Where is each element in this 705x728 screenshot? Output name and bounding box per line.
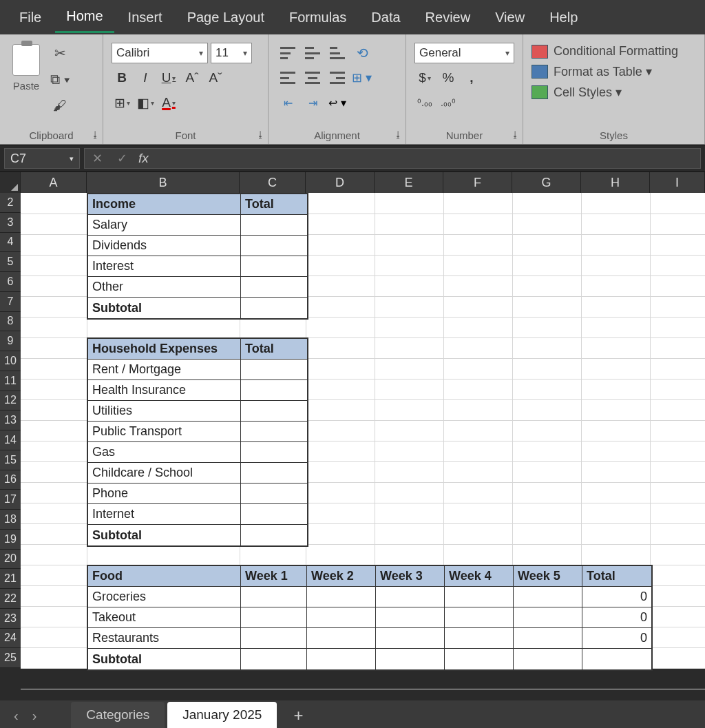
row-header-10[interactable]: 10 — [0, 351, 21, 371]
household-table-cell[interactable] — [241, 401, 307, 422]
column-header-E[interactable]: E — [375, 172, 443, 193]
row-header-11[interactable]: 11 — [0, 371, 21, 391]
food-table-cell[interactable]: 0 — [582, 607, 651, 628]
food-table-subtotal-cell[interactable] — [241, 649, 307, 669]
food-table-cell[interactable]: Takeout — [88, 607, 241, 628]
income-table-cell[interactable]: Dividends — [88, 236, 241, 256]
row-header-5[interactable]: 5 — [0, 252, 21, 272]
food-table-cell[interactable]: Groceries — [88, 587, 241, 607]
income-table-cell[interactable]: Other — [88, 277, 241, 298]
cell-styles-button[interactable]: Cell Styles ▾ — [532, 85, 696, 100]
sheet-tab-categories[interactable]: Categories — [71, 702, 165, 728]
align-center-button[interactable] — [302, 67, 324, 88]
column-header-H[interactable]: H — [581, 172, 650, 193]
underline-button[interactable]: U — [158, 67, 179, 88]
food-table-cell[interactable] — [307, 587, 376, 607]
menu-page-layout[interactable]: Page Layout — [176, 3, 275, 32]
food-table-cell[interactable] — [445, 587, 514, 607]
decrease-indent-button[interactable]: ⇤ — [277, 92, 299, 113]
sheet-nav-next[interactable]: › — [25, 704, 44, 728]
household-table-cell[interactable]: Rent / Mortgage — [88, 360, 241, 380]
paste-button[interactable]: Paste — [8, 40, 44, 127]
column-header-A[interactable]: A — [21, 172, 87, 193]
increase-font-button[interactable]: Aˆ — [182, 67, 202, 88]
income-table-header-cell[interactable]: Income — [88, 194, 241, 215]
food-table-subtotal-cell[interactable] — [582, 649, 651, 669]
menu-data[interactable]: Data — [360, 3, 411, 32]
wrap-text-button[interactable]: ↩ ▾ — [326, 92, 348, 113]
food-table-cell[interactable] — [514, 628, 582, 649]
household-table-cell[interactable] — [241, 483, 307, 504]
food-table-header-cell[interactable]: Week 5 — [514, 566, 582, 587]
household-table-cell[interactable] — [241, 463, 307, 483]
row-header-3[interactable]: 3 — [0, 213, 21, 233]
food-table-cell[interactable] — [241, 607, 307, 628]
household-table-cell[interactable] — [241, 360, 307, 380]
menu-insert[interactable]: Insert — [117, 3, 173, 32]
food-table-cell[interactable] — [241, 587, 307, 607]
food-table-cell[interactable] — [514, 587, 582, 607]
column-header-G[interactable]: G — [512, 172, 581, 193]
copy-button[interactable]: ⧉ ▾ — [48, 69, 72, 90]
income-table-cell[interactable] — [241, 215, 307, 236]
household-table-cell[interactable]: Phone — [88, 483, 241, 504]
income-table-cell[interactable] — [241, 236, 307, 256]
row-header-8[interactable]: 8 — [0, 312, 21, 332]
household-table-cell[interactable]: Childcare / School — [88, 463, 241, 483]
name-box[interactable]: C7▾ — [4, 148, 80, 169]
food-table-header-cell[interactable]: Week 1 — [241, 566, 307, 587]
borders-button[interactable]: ⊞ — [112, 92, 132, 113]
income-table-subtotal-cell[interactable]: Subtotal — [88, 298, 241, 318]
row-header-25[interactable]: 25 — [0, 648, 21, 668]
food-table-cell[interactable] — [445, 607, 514, 628]
align-bottom-button[interactable] — [326, 43, 348, 63]
font-name-combo[interactable]: Calibri▾ — [112, 43, 208, 63]
household-table-cell[interactable]: Utilities — [88, 401, 241, 422]
income-table-cell[interactable] — [241, 277, 307, 298]
menu-help[interactable]: Help — [538, 3, 589, 32]
income-table-subtotal-cell[interactable] — [241, 298, 307, 318]
number-launcher[interactable]: ⭳ — [511, 129, 520, 140]
food-table-cell[interactable] — [307, 607, 376, 628]
row-header-15[interactable]: 15 — [0, 450, 21, 470]
household-table-subtotal-cell[interactable]: Subtotal — [88, 525, 241, 545]
column-header-B[interactable]: B — [87, 172, 240, 193]
font-launcher[interactable]: ⭳ — [256, 129, 265, 140]
food-table-cell[interactable]: 0 — [582, 587, 651, 607]
column-header-I[interactable]: I — [650, 172, 705, 193]
bold-button[interactable]: B — [112, 67, 132, 88]
increase-decimal-button[interactable]: ⁰.₀₀ — [414, 92, 435, 113]
row-header-19[interactable]: 19 — [0, 530, 21, 550]
household-table-subtotal-cell[interactable] — [241, 525, 307, 545]
align-middle-button[interactable] — [302, 43, 324, 63]
household-table-cell[interactable] — [241, 422, 307, 442]
food-table-cell[interactable]: Restaurants — [88, 628, 241, 649]
font-size-combo[interactable]: 11▾ — [211, 43, 252, 63]
row-header-23[interactable]: 23 — [0, 609, 21, 629]
row-header-14[interactable]: 14 — [0, 430, 21, 450]
food-table-cell[interactable] — [514, 607, 582, 628]
household-table-cell[interactable]: Health Insurance — [88, 380, 241, 401]
fx-label[interactable]: fx — [134, 151, 149, 166]
row-header-13[interactable]: 13 — [0, 410, 21, 430]
food-table-cell[interactable] — [376, 628, 445, 649]
increase-indent-button[interactable]: ⇥ — [302, 92, 324, 113]
accept-formula-button[interactable]: ✓ — [109, 151, 134, 166]
row-header-20[interactable]: 20 — [0, 550, 21, 570]
income-table-cell[interactable] — [241, 256, 307, 277]
alignment-launcher[interactable]: ⭳ — [394, 129, 403, 140]
clipboard-launcher[interactable]: ⭳ — [91, 129, 100, 140]
row-header-12[interactable]: 12 — [0, 391, 21, 411]
menu-formulas[interactable]: Formulas — [278, 3, 357, 32]
row-header-6[interactable]: 6 — [0, 272, 21, 292]
italic-button[interactable]: I — [135, 67, 156, 88]
formula-input[interactable]: ✕ ✓ fx — [84, 148, 701, 169]
row-header-4[interactable]: 4 — [0, 233, 21, 253]
fill-color-button[interactable]: ◧ — [135, 92, 156, 113]
income-table-cell[interactable]: Interest — [88, 256, 241, 277]
align-top-button[interactable] — [277, 43, 299, 63]
row-header-2[interactable]: 2 — [0, 193, 21, 213]
comma-button[interactable]: , — [461, 67, 482, 88]
food-table-header-cell[interactable]: Week 2 — [307, 566, 376, 587]
menu-review[interactable]: Review — [414, 3, 482, 32]
